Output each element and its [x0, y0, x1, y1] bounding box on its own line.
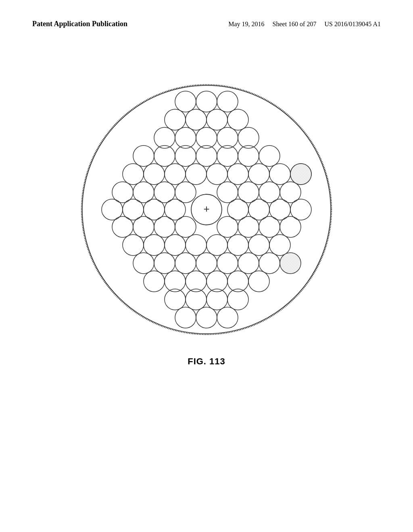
svg-point-80	[175, 307, 196, 328]
svg-point-17	[154, 145, 175, 166]
svg-point-64	[154, 253, 175, 274]
svg-point-9	[206, 109, 227, 130]
svg-point-79	[227, 289, 248, 310]
svg-point-27	[206, 164, 227, 185]
svg-point-71	[165, 271, 186, 292]
svg-point-13	[196, 127, 217, 148]
svg-point-48	[133, 216, 154, 237]
svg-point-47	[112, 216, 133, 237]
svg-point-18	[175, 145, 196, 166]
svg-point-84	[290, 164, 311, 185]
svg-point-54	[280, 216, 301, 237]
svg-point-22	[259, 145, 280, 166]
publication-meta: May 19, 2016 Sheet 160 of 207 US 2016/01…	[228, 19, 381, 29]
svg-point-52	[238, 216, 259, 237]
svg-point-62	[269, 235, 290, 256]
svg-point-85	[280, 253, 301, 274]
svg-point-53	[259, 216, 280, 237]
svg-point-26	[186, 164, 206, 185]
svg-point-69	[259, 253, 280, 274]
svg-point-8	[186, 109, 206, 130]
svg-point-30	[269, 164, 290, 185]
svg-point-63	[133, 253, 154, 274]
svg-point-56	[144, 235, 165, 256]
svg-point-55	[123, 235, 144, 256]
svg-point-49	[154, 216, 175, 237]
svg-point-4	[175, 91, 196, 112]
svg-point-10	[227, 109, 248, 130]
svg-point-25	[165, 164, 186, 185]
publication-title: Patent Application Publication	[32, 19, 127, 29]
svg-point-81	[196, 307, 217, 328]
svg-point-15	[238, 127, 259, 148]
svg-point-66	[196, 253, 217, 274]
svg-point-82	[217, 307, 238, 328]
svg-point-24	[144, 164, 165, 185]
svg-point-19	[196, 145, 217, 166]
svg-point-77	[186, 289, 206, 310]
svg-point-65	[175, 253, 196, 274]
figure-container: +	[0, 73, 413, 367]
svg-point-6	[217, 91, 238, 112]
svg-point-57	[165, 235, 186, 256]
svg-point-72	[186, 271, 206, 292]
svg-point-78	[206, 289, 227, 310]
svg-point-20	[217, 145, 238, 166]
svg-point-16	[133, 145, 154, 166]
svg-point-23	[123, 164, 144, 185]
publication-date: May 19, 2016	[228, 21, 264, 27]
svg-point-12	[175, 127, 196, 148]
svg-point-75	[248, 271, 269, 292]
svg-text:+: +	[203, 203, 209, 215]
svg-point-59	[206, 235, 227, 256]
svg-point-51	[217, 216, 238, 237]
svg-point-67	[217, 253, 238, 274]
page-header: Patent Application Publication May 19, 2…	[32, 19, 381, 29]
svg-point-68	[238, 253, 259, 274]
patent-number: US 2016/0139045 A1	[324, 21, 381, 27]
svg-point-60	[227, 235, 248, 256]
svg-point-70	[144, 271, 165, 292]
svg-point-74	[227, 271, 248, 292]
svg-point-73	[206, 271, 227, 292]
svg-point-58	[186, 235, 206, 256]
svg-point-21	[238, 145, 259, 166]
svg-point-5	[196, 91, 217, 112]
svg-point-29	[248, 164, 269, 185]
svg-point-76	[165, 289, 186, 310]
figure-diagram: +	[69, 73, 344, 347]
svg-point-61	[248, 235, 269, 256]
sheet-info: Sheet 160 of 207	[273, 21, 317, 27]
figure-label: FIG. 113	[188, 356, 225, 367]
svg-point-7	[165, 109, 186, 130]
svg-point-11	[154, 127, 175, 148]
svg-point-50	[175, 216, 196, 237]
svg-point-28	[227, 164, 248, 185]
svg-point-14	[217, 127, 238, 148]
